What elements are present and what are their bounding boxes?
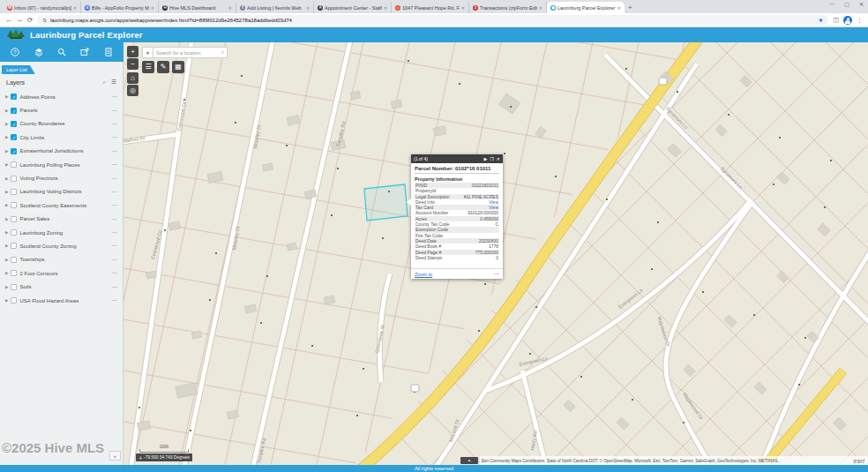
layer-checkbox[interactable]: [11, 257, 17, 263]
browser-tab[interactable]: MInbox (97) - randymccalljr@g…✕: [4, 2, 81, 13]
attribution-expand-button[interactable]: ▲: [460, 457, 478, 464]
layer-item[interactable]: ▶Soils•••: [0, 280, 123, 293]
expand-caret-icon[interactable]: ▶: [5, 258, 8, 262]
panel-collapse-button[interactable]: «: [109, 451, 121, 461]
layers-icon[interactable]: [34, 48, 43, 56]
popup-close-icon[interactable]: ✕: [497, 154, 500, 163]
layer-checkbox[interactable]: [11, 243, 17, 249]
bookmark-star-icon[interactable]: ★: [819, 17, 824, 24]
layer-item[interactable]: ▶Scotland County Easements•••: [0, 199, 123, 212]
layer-menu-icon[interactable]: •••: [112, 109, 117, 113]
layer-item[interactable]: ▶Laurinburg Voting Districts•••: [0, 185, 123, 199]
search-source-dropdown[interactable]: ▼: [142, 47, 153, 58]
expand-caret-icon[interactable]: ▶: [5, 230, 8, 235]
basemap-gallery-button[interactable]: ▦: [172, 61, 184, 73]
tab-close-icon[interactable]: ✕: [461, 5, 465, 11]
layer-menu-icon[interactable]: •••: [112, 203, 117, 207]
my-location-button[interactable]: ◎: [127, 85, 138, 96]
expand-caret-icon[interactable]: ▶: [5, 176, 8, 181]
expand-caret-icon[interactable]: ▶: [5, 298, 8, 303]
new-tab-button[interactable]: +: [628, 2, 632, 13]
layer-menu-icon[interactable]: •••: [112, 149, 117, 154]
layer-list-tab[interactable]: Layer List: [2, 65, 35, 74]
layer-checkbox[interactable]: [11, 284, 17, 290]
expand-caret-icon[interactable]: ▶: [5, 109, 8, 113]
browser-tab[interactable]: fAdd Listing | flexmls Web✕: [236, 2, 314, 13]
zoom-out-button[interactable]: −: [127, 58, 138, 70]
layer-checkbox[interactable]: [11, 229, 17, 236]
tab-close-icon[interactable]: ✕: [228, 5, 232, 11]
layer-menu-icon[interactable]: •••: [112, 122, 117, 126]
layer-checkbox[interactable]: [11, 189, 17, 195]
tab-close-icon[interactable]: ✕: [306, 5, 310, 11]
browser-tab[interactable]: HHive MLS Dashboard✕: [159, 2, 236, 13]
layer-menu-icon[interactable]: •••: [112, 258, 117, 262]
tab-close-icon[interactable]: ✕: [617, 5, 621, 11]
expand-caret-icon[interactable]: ▶: [5, 94, 8, 99]
expand-caret-icon[interactable]: ▶: [5, 122, 8, 126]
selected-parcel-outline[interactable]: [364, 184, 408, 221]
layer-item[interactable]: ▶Parcel Sales•••: [0, 213, 123, 226]
map-canvas[interactable]: Colinwood CirColinwood CirWatford DrMose…: [123, 42, 868, 465]
layer-checkbox[interactable]: ✓: [11, 108, 17, 114]
zoom-in-button[interactable]: +: [127, 46, 138, 57]
forward-button[interactable]: →: [17, 16, 24, 25]
expand-caret-icon[interactable]: ▶: [5, 135, 8, 139]
browser-tab[interactable]: ⌂1047 Pleasant Hope Rd, Fairm…✕: [392, 2, 469, 13]
layer-filter-icon[interactable]: ☰: [111, 79, 116, 86]
expand-caret-icon[interactable]: ▶: [5, 271, 8, 275]
layer-checkbox[interactable]: [11, 202, 17, 208]
zoom-to-link[interactable]: Zoom to: [415, 272, 494, 277]
browser-tab[interactable]: zTransactions (zipForm Edition)…✕: [469, 2, 547, 13]
minimize-button[interactable]: —: [829, 1, 834, 7]
expand-caret-icon[interactable]: ▶: [5, 217, 8, 221]
layer-checkbox[interactable]: [11, 176, 17, 182]
report-icon[interactable]: [104, 48, 113, 56]
tab-close-icon[interactable]: ✕: [384, 5, 387, 11]
side-panel-icon[interactable]: ◫: [833, 17, 839, 24]
browser-tab[interactable]: ◉Laurinburg Parcel Explorer✕: [547, 2, 625, 13]
tab-close-icon[interactable]: ✕: [151, 5, 154, 11]
browser-tab[interactable]: AAppointment Center - Staff - S…✕: [314, 2, 392, 13]
profile-avatar[interactable]: [843, 16, 852, 25]
layer-item[interactable]: ▶Townships•••: [0, 253, 123, 266]
layer-menu-icon[interactable]: •••: [112, 271, 117, 275]
expand-caret-icon[interactable]: ▶: [5, 243, 8, 248]
expand-caret-icon[interactable]: ▶: [5, 285, 8, 289]
share-icon[interactable]: [80, 48, 89, 56]
layer-item[interactable]: ▶Scotland County Zoning•••: [0, 239, 123, 252]
home-button[interactable]: ⌂: [127, 72, 138, 84]
reload-button[interactable]: ⟳: [27, 16, 33, 25]
browser-menu-icon[interactable]: ⋮: [857, 17, 863, 24]
tab-close-icon[interactable]: ✕: [539, 5, 542, 11]
layer-checkbox[interactable]: ✓: [11, 94, 17, 100]
popup-more-icon[interactable]: •••: [494, 272, 499, 276]
layer-item[interactable]: ▶2 Foot Contours•••: [0, 266, 123, 280]
legend-button[interactable]: ☰: [142, 61, 154, 73]
layer-item[interactable]: ▶✓Address Points•••: [0, 90, 123, 103]
search-icon[interactable]: [57, 48, 66, 56]
next-feature-icon[interactable]: ▶: [483, 154, 487, 163]
search-input[interactable]: Search for a location ⌕: [153, 47, 228, 58]
layer-item[interactable]: ▶✓Parcels•••: [0, 103, 123, 116]
layer-item[interactable]: ▶USA Flood Hazard Areas•••: [0, 294, 123, 307]
layer-item[interactable]: ▶✓City Limits•••: [0, 131, 123, 144]
crosshair-icon[interactable]: ✛: [138, 455, 142, 461]
close-button[interactable]: ✕: [859, 1, 864, 7]
layer-menu-icon[interactable]: •••: [112, 94, 117, 99]
layer-item[interactable]: ▶✓County Boundaries•••: [0, 117, 123, 131]
browser-tab[interactable]: aBills - AppFolio Property Man…✕: [81, 2, 159, 13]
url-text[interactable]: laurinburg.maps.arcgis.com/apps/webappvi…: [50, 18, 815, 23]
draw-button[interactable]: ✎: [157, 61, 169, 73]
back-button[interactable]: ←: [5, 16, 12, 25]
layer-checkbox[interactable]: [11, 297, 17, 303]
layer-menu-icon[interactable]: •••: [112, 243, 117, 248]
layer-checkbox[interactable]: [11, 161, 17, 168]
maximize-button[interactable]: ▢: [844, 1, 849, 7]
layer-checkbox[interactable]: ✓: [11, 121, 17, 127]
layer-menu-icon[interactable]: •••: [112, 217, 117, 221]
expand-caret-icon[interactable]: ▶: [5, 203, 8, 207]
layer-item[interactable]: ▶✓Extraterritorial Jurisdictions•••: [0, 145, 123, 158]
layer-item[interactable]: ▶Laurinburg Polling Places•••: [0, 158, 123, 171]
layer-menu-icon[interactable]: •••: [112, 190, 117, 194]
